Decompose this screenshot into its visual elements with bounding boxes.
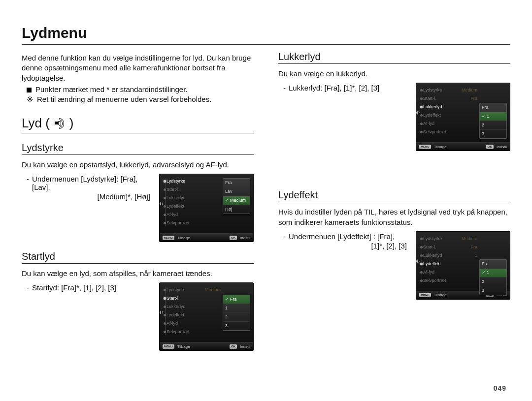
popup-option[interactable]: Fra [480, 103, 506, 112]
startlyd-row: -Startlyd: [Fra]*, [1], [2], [3] Lydstyr… [22, 282, 254, 351]
lukkerlyd-row: -Lukkerlyd: [Fra], [1]*, [2], [3] Lydsty… [278, 83, 510, 151]
speaker-icon [159, 309, 164, 315]
popup-option[interactable]: Fra [223, 179, 250, 187]
footer-back-label: Tilbage [177, 344, 190, 349]
startlyd-opt-line1: Startlyd: [Fra]*, [1], [2], [3] [32, 283, 116, 292]
popup-option[interactable]: 3 [480, 130, 506, 138]
lydstyrke-heading: Lydstyrke [22, 142, 254, 155]
lydeffekt-opt-line2: [1]*, [2], [3] [278, 242, 409, 250]
lydstyrke-desc: Du kan vælge en opstartslyd, lukkerlyd, … [22, 160, 254, 170]
menu-item[interactable]: Lydeffekt [166, 311, 201, 319]
lydstyrke-opt-line2: [Medium]*, [Høj] [22, 192, 152, 201]
popup-option[interactable]: Medium [223, 196, 250, 205]
menu-item[interactable]: Lydeffekt [166, 202, 201, 211]
menu-item[interactable]: Selvportræt [423, 128, 458, 136]
startlyd-heading: Startlyd [22, 251, 254, 264]
menu-item[interactable]: Start-l. [423, 94, 458, 103]
lydstyrke-opt-line1: Undermenuen [Lydstyrke]: [Fra], [Lav], [32, 175, 152, 191]
popup-option[interactable]: 3 [480, 286, 506, 295]
screenshot-startlyd: LydstyrkeStart-l.LukkerlydLydeffektAf-ly… [159, 282, 254, 351]
speaker-icon [416, 110, 421, 116]
menu-item[interactable]: Selvportræt [166, 328, 201, 336]
footer-back-label: Tilbage [434, 145, 447, 149]
menu-item[interactable]: Lydeffekt [423, 111, 458, 120]
menu-item[interactable]: Lydstyrke [423, 86, 458, 94]
lukkerlyd-desc: Du kan vælge en lukkerlyd. [278, 69, 510, 79]
intro-text: Med denne funktion kan du vælge indstill… [22, 53, 254, 83]
menu-item[interactable]: Lukkerlyd [166, 194, 201, 202]
startlyd-desc: Du kan vælge en lyd, som afspilles, når … [22, 269, 254, 278]
menu-key-icon: MENU [163, 236, 174, 240]
menu-item[interactable]: Lydstyrke [166, 286, 201, 294]
footer-set-label: Indstil [240, 236, 250, 240]
lukkerlyd-heading: Lukkerlyd [278, 51, 510, 64]
menu-item[interactable]: Lydstyrke [423, 235, 458, 243]
page-number: 049 [494, 384, 506, 392]
reference-mark-icon: ※ [27, 96, 33, 104]
speaker-icon [55, 119, 65, 127]
menu-value: Fra [458, 243, 477, 251]
speaker-icon [416, 258, 421, 264]
note-standard: Punkter mærket med * er standardindstill… [27, 85, 254, 93]
startlyd-options: -Startlyd: [Fra]*, [1], [2], [3] [22, 282, 152, 293]
menu-item[interactable]: Lydeffekt [423, 260, 458, 268]
menu-value: Fra [458, 94, 477, 103]
ok-key-icon: OK [486, 145, 494, 149]
menu-item[interactable]: Lukkerlyd [423, 103, 458, 111]
option-popup[interactable]: FraLavMediumHøj [223, 178, 250, 214]
right-column: Lukkerlyd Du kan vælge en lukkerlyd. -Lu… [278, 51, 510, 351]
popup-option[interactable]: Høj [223, 205, 250, 214]
screenshot-footer: MENUTilbageOKIndstil [416, 142, 510, 151]
square-bullet-icon [27, 88, 32, 93]
screenshot-footer: MENUTilbageOKIndstil [160, 342, 253, 350]
popup-option[interactable]: Fra [223, 295, 250, 304]
popup-option[interactable]: 2 [223, 313, 250, 322]
columns: Med denne funktion kan du vælge indstill… [22, 51, 510, 351]
popup-option[interactable]: 1 [480, 112, 506, 121]
menu-item[interactable]: Lukkerlyd [423, 251, 458, 260]
menu-key-icon: MENU [419, 145, 431, 149]
menu-value: Medium [458, 86, 477, 94]
menu-value: 1 [458, 251, 477, 260]
left-column: Med denne funktion kan du vælge indstill… [22, 51, 254, 351]
popup-option[interactable]: Fra [480, 260, 506, 269]
menu-value: Medium [458, 235, 477, 243]
menu-item[interactable]: Selvportræt [166, 219, 201, 227]
footer-back-label: Tilbage [177, 236, 190, 240]
screenshot-lydeffekt: LydstyrkeStart-l.LukkerlydLydeffektAf-ly… [416, 231, 510, 300]
lydeffekt-heading: Lydeffekt [278, 189, 510, 202]
screenshot-lydstyrke: LydstyrkeStart-l.LukkerlydLydeffektAf-ly… [159, 174, 254, 242]
menu-item[interactable]: Start-l. [423, 243, 458, 251]
popup-option[interactable]: Lav [223, 187, 250, 196]
popup-option[interactable]: 3 [223, 322, 250, 330]
popup-option[interactable]: 2 [480, 121, 506, 130]
menu-item[interactable]: Af-lyd [423, 120, 458, 128]
menu-item[interactable]: Selvportræt [423, 277, 458, 285]
menu-key-icon: MENU [163, 344, 174, 349]
menu-item[interactable]: Lukkerlyd [166, 303, 201, 311]
option-popup[interactable]: Fra123 [479, 259, 507, 295]
menu-item[interactable]: Start-l. [166, 185, 201, 194]
popup-option[interactable]: 1 [480, 269, 506, 278]
menu-item[interactable]: Start-l. [166, 294, 201, 303]
lukkerlyd-options: -Lukkerlyd: [Fra], [1]*, [2], [3] [278, 83, 409, 93]
ok-key-icon: OK [230, 236, 237, 240]
popup-option[interactable]: 2 [480, 278, 506, 286]
footer-back-label: Tilbage [434, 293, 447, 297]
option-popup[interactable]: Fra123 [223, 295, 250, 331]
menu-item[interactable]: Af-lyd [166, 319, 201, 328]
popup-option[interactable]: 1 [223, 304, 250, 313]
menu-item[interactable]: Af-lyd [166, 211, 201, 219]
lydstyrke-options: -Undermenuen [Lydstyrke]: [Fra], [Lav], … [22, 174, 152, 201]
page: Lydmenu Med denne funktion kan du vælge … [0, 0, 532, 401]
menu-item[interactable]: Af-lyd [423, 268, 458, 277]
screenshot-footer: MENUTilbageOKIndstil [160, 233, 253, 242]
lydeffekt-opt-line1: Undermenuen [Lydeffekt] : [Fra], [289, 232, 395, 241]
note-standard-text: Punkter mærket med * er standardindstill… [35, 85, 187, 93]
lyd-heading: Lyd ( ) [22, 116, 254, 133]
option-popup[interactable]: Fra123 [479, 103, 507, 139]
menu-item[interactable]: Lydstyrke [166, 177, 201, 185]
speaker-icon [159, 201, 164, 207]
lyd-heading-text: Lyd ( [22, 116, 50, 131]
footer-set-label: Indstil [240, 344, 250, 349]
